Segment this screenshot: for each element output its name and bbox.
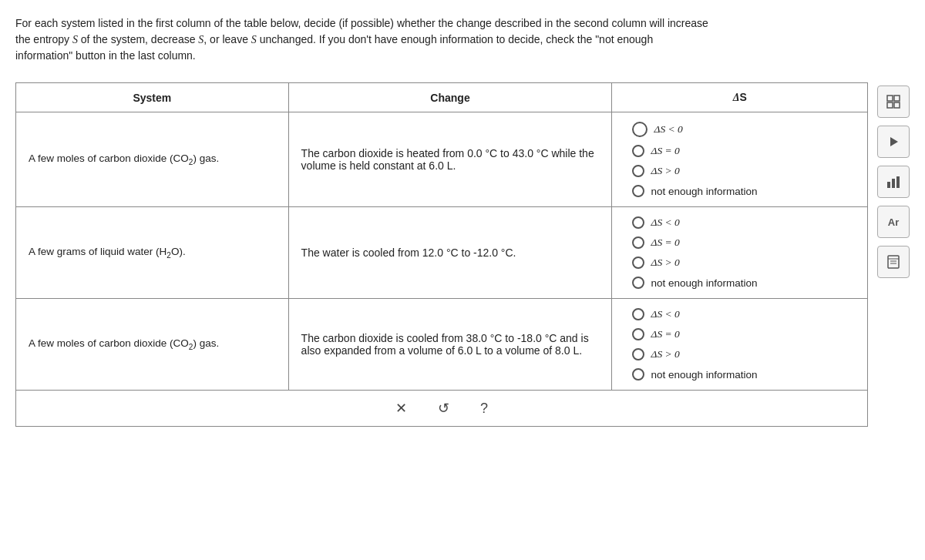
play-icon [886, 135, 900, 149]
sidebar-chart-button[interactable] [877, 166, 910, 198]
option-label-1-greater: ΔS > 0 [651, 165, 679, 177]
option-label-3-greater: ΔS > 0 [651, 348, 679, 360]
table-row: A few moles of carbon dioxide (CO2) gas.… [16, 299, 868, 391]
radio-group-1: ΔS < 0 ΔS = 0 ΔS > 0 [624, 122, 855, 197]
option-label-3-equal: ΔS = 0 [651, 328, 679, 340]
option-label-2-equal: ΔS = 0 [651, 236, 679, 249]
option-label-2-greater: ΔS > 0 [651, 257, 679, 269]
radio-indicator-2-equal [632, 236, 644, 249]
header-change: Change [288, 83, 612, 112]
radio-indicator-3-greater [632, 348, 644, 360]
header-delta-s: ΔS [612, 83, 868, 112]
help-button[interactable]: ? [474, 397, 494, 420]
radio-indicator-1-noinfo [632, 185, 644, 197]
svg-rect-0 [887, 96, 893, 101]
radio-indicator-3-noinfo [632, 368, 644, 381]
svg-rect-2 [887, 102, 893, 108]
svg-rect-5 [887, 182, 890, 188]
option-3-less[interactable]: ΔS < 0 [632, 308, 679, 320]
svg-rect-6 [892, 179, 895, 188]
bottom-bar: ✕ ↺ ? [15, 391, 868, 427]
option-label-1-noinfo: not enough information [651, 186, 757, 197]
radio-indicator-2-greater [632, 257, 644, 269]
system-cell-3: A few moles of carbon dioxide (CO2) gas. [16, 299, 289, 391]
radio-indicator-2-less [632, 216, 644, 229]
option-label-3-less: ΔS < 0 [651, 308, 679, 320]
main-layout: System Change ΔS A few moles of carbon d… [15, 82, 910, 427]
option-2-noinfo[interactable]: not enough information [632, 277, 757, 289]
change-cell-1: The carbon dioxide is heated from 0.0 °C… [288, 112, 612, 207]
option-1-less[interactable]: ΔS < 0 [632, 122, 682, 137]
svg-rect-3 [894, 102, 900, 108]
radio-indicator-2-noinfo [632, 277, 644, 289]
option-3-equal[interactable]: ΔS = 0 [632, 328, 679, 340]
header-system: System [16, 83, 289, 112]
option-2-equal[interactable]: ΔS = 0 [632, 236, 679, 249]
option-label-3-noinfo: not enough information [651, 369, 757, 381]
system-cell-2: A few grams of liquid water (H2O). [16, 207, 289, 299]
sidebar-play-button[interactable] [877, 126, 910, 158]
svg-rect-7 [896, 176, 900, 188]
radio-indicator-3-equal [632, 328, 644, 340]
grid-icon [886, 94, 901, 109]
options-cell-3: ΔS < 0 ΔS = 0 ΔS > 0 [612, 299, 868, 391]
radio-indicator-1-greater [632, 165, 644, 177]
option-3-noinfo[interactable]: not enough information [632, 368, 757, 381]
option-2-less[interactable]: ΔS < 0 [632, 216, 679, 229]
svg-marker-4 [890, 137, 898, 146]
radio-indicator-1-equal [632, 145, 644, 157]
option-1-greater[interactable]: ΔS > 0 [632, 165, 679, 177]
option-3-greater[interactable]: ΔS > 0 [632, 348, 679, 360]
table-row: A few grams of liquid water (H2O). The w… [16, 207, 868, 299]
option-2-greater[interactable]: ΔS > 0 [632, 257, 679, 269]
option-1-noinfo[interactable]: not enough information [632, 185, 757, 197]
entropy-table: System Change ΔS A few moles of carbon d… [15, 82, 868, 391]
change-cell-2: The water is cooled from 12.0 °C to -12.… [288, 207, 612, 299]
close-button[interactable]: ✕ [389, 397, 413, 420]
option-label-1-less: ΔS < 0 [654, 123, 682, 136]
sidebar-grid-button[interactable] [877, 86, 910, 118]
options-cell-2: ΔS < 0 ΔS = 0 ΔS > 0 [612, 207, 868, 299]
table-row: A few moles of carbon dioxide (CO2) gas.… [16, 112, 868, 207]
system-cell-1: A few moles of carbon dioxide (CO2) gas. [16, 112, 289, 207]
table-wrapper: System Change ΔS A few moles of carbon d… [15, 82, 868, 427]
svg-rect-1 [894, 96, 900, 101]
option-label-1-equal: ΔS = 0 [651, 145, 679, 157]
radio-group-3: ΔS < 0 ΔS = 0 ΔS > 0 [624, 308, 855, 381]
book-icon [886, 254, 901, 270]
svg-rect-8 [888, 256, 899, 268]
option-label-2-noinfo: not enough information [651, 277, 757, 289]
option-1-equal[interactable]: ΔS = 0 [632, 145, 679, 157]
option-label-2-less: ΔS < 0 [651, 216, 679, 229]
radio-indicator-3-less [632, 308, 644, 320]
sidebar-ar-button[interactable]: Ar [877, 206, 910, 238]
change-cell-3: The carbon dioxide is cooled from 38.0 °… [288, 299, 612, 391]
radio-group-2: ΔS < 0 ΔS = 0 ΔS > 0 [624, 216, 855, 289]
options-cell-1: ΔS < 0 ΔS = 0 ΔS > 0 [612, 112, 868, 207]
bar-chart-icon [886, 174, 901, 189]
undo-button[interactable]: ↺ [432, 397, 456, 420]
sidebar: Ar [877, 82, 910, 427]
instructions-text: For each system listed in the first colu… [15, 15, 709, 64]
ar-label: Ar [888, 216, 899, 228]
radio-indicator-1-less [632, 122, 648, 137]
sidebar-book-button[interactable] [877, 246, 910, 278]
